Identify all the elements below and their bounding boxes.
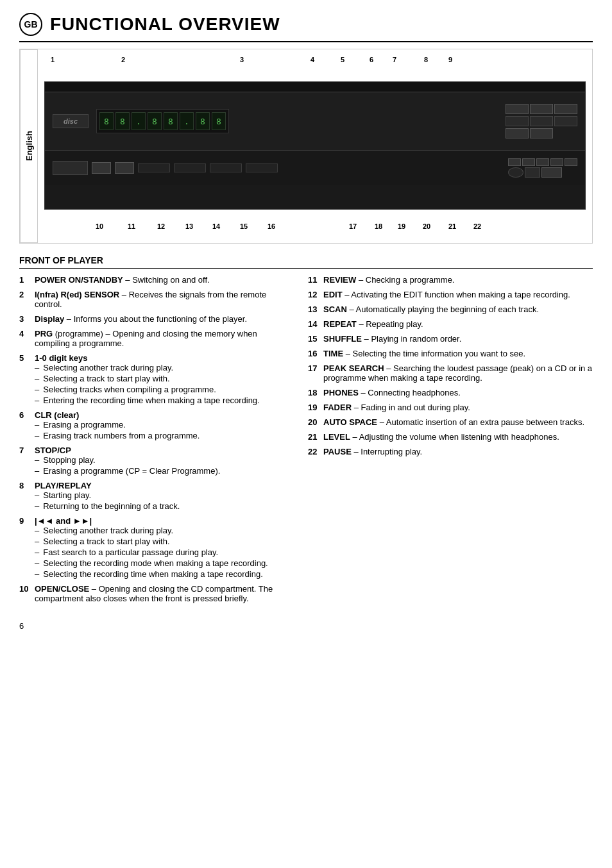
list-item: 15 SHUFFLE – Playing in random order. bbox=[308, 334, 593, 344]
page-title: FUNCTIONAL OVERVIEW bbox=[50, 14, 280, 35]
disc-label: disc bbox=[53, 114, 89, 128]
list-item: 18 PHONES – Connecting headphones. bbox=[308, 388, 593, 397]
num-1: 1 bbox=[51, 56, 55, 63]
num-15: 15 bbox=[240, 222, 248, 230]
list-item: 13 SCAN – Automatically playing the begi… bbox=[308, 305, 593, 314]
list-item: 16 TIME – Selecting the time information… bbox=[308, 349, 593, 358]
list-item: 7 STOP/CP –Stopping play. –Erasing a pro… bbox=[19, 446, 289, 476]
display-panel: 8 8 . 8 8 . 8 8 bbox=[96, 109, 229, 133]
num-7: 7 bbox=[393, 56, 396, 63]
section-title: FRONT OF PLAYER bbox=[19, 255, 593, 269]
list-item: 20 AUTO SPACE – Automatic insertion of a… bbox=[308, 417, 593, 427]
number-row-top: 1 2 3 4 5 6 7 8 9 bbox=[44, 56, 586, 69]
content-section: FRONT OF PLAYER 1 POWER ON/STANDBY – Swi… bbox=[19, 255, 593, 608]
num-3: 3 bbox=[240, 56, 244, 63]
gb-badge: GB bbox=[19, 13, 42, 36]
num-17: 17 bbox=[349, 222, 357, 230]
left-column: 1 POWER ON/STANDBY – Switching on and of… bbox=[19, 275, 289, 608]
num-16: 16 bbox=[268, 222, 275, 230]
list-item: 14 REPEAT – Repeating play. bbox=[308, 319, 593, 329]
num-2: 2 bbox=[121, 56, 125, 63]
list-item: 8 PLAY/REPLAY –Starting play. –Returning… bbox=[19, 481, 289, 511]
diagram-content: 1 2 3 4 5 6 7 8 9 disc 8 8 . 8 8 bbox=[38, 49, 592, 243]
diagram-area: English 1 2 3 4 5 6 7 8 9 disc 8 8 . bbox=[19, 49, 593, 244]
num-18: 18 bbox=[375, 222, 382, 230]
page-number: 6 bbox=[19, 621, 593, 631]
num-4: 4 bbox=[310, 56, 314, 63]
list-item: 1 POWER ON/STANDBY – Switching on and of… bbox=[19, 275, 289, 285]
list-item: 12 EDIT – Activating the EDIT function w… bbox=[308, 290, 593, 299]
num-12: 12 bbox=[157, 222, 165, 230]
num-11: 11 bbox=[128, 222, 135, 230]
list-item: 4 PRG (programme) – Opening and closing … bbox=[19, 329, 289, 348]
num-21: 21 bbox=[448, 222, 456, 230]
list-item: 17 PEAK SEARCH – Searching the loudest p… bbox=[308, 363, 593, 383]
page-header: GB FUNCTIONAL OVERVIEW bbox=[19, 13, 593, 42]
list-item: 22 PAUSE – Interrupting play. bbox=[308, 447, 593, 456]
num-13: 13 bbox=[185, 222, 193, 230]
list-item: 10 OPEN/CLOSE – Opening and closing the … bbox=[19, 584, 289, 603]
list-item: 19 FADER – Fading in and out during play… bbox=[308, 403, 593, 412]
right-column: 11 REVIEW – Checking a programme. 12 EDI… bbox=[308, 275, 593, 608]
num-6: 6 bbox=[370, 56, 373, 63]
list-item: 21 LEVEL – Adjusting the volume when lis… bbox=[308, 432, 593, 442]
device-image: disc 8 8 . 8 8 . 8 8 bbox=[44, 81, 586, 210]
num-5: 5 bbox=[341, 56, 344, 63]
num-8: 8 bbox=[424, 56, 428, 63]
list-item: 3 Display – Informs you about the functi… bbox=[19, 314, 289, 324]
gb-label: GB bbox=[24, 19, 38, 29]
num-14: 14 bbox=[212, 222, 220, 230]
num-9: 9 bbox=[448, 56, 452, 63]
list-item: 5 1-0 digit keys –Selecting another trac… bbox=[19, 353, 289, 405]
num-10: 10 bbox=[96, 222, 103, 230]
english-tab: English bbox=[20, 49, 38, 243]
num-19: 19 bbox=[398, 222, 405, 230]
num-22: 22 bbox=[473, 222, 481, 230]
list-item: 2 I(nfra) R(ed) SENSOR – Receives the si… bbox=[19, 290, 289, 309]
right-buttons-top bbox=[506, 104, 577, 138]
number-row-bottom: 10 11 12 13 14 15 16 17 18 19 20 21 22 bbox=[44, 222, 586, 237]
num-20: 20 bbox=[423, 222, 430, 230]
two-column-layout: 1 POWER ON/STANDBY – Switching on and of… bbox=[19, 275, 593, 608]
list-item: 6 CLR (clear) –Erasing a programme. –Era… bbox=[19, 410, 289, 440]
device-bottom-row bbox=[45, 150, 585, 185]
list-item: 9 |◄◄ and ►►| –Selecting another track d… bbox=[19, 516, 289, 579]
list-item: 11 REVIEW – Checking a programme. bbox=[308, 275, 593, 285]
